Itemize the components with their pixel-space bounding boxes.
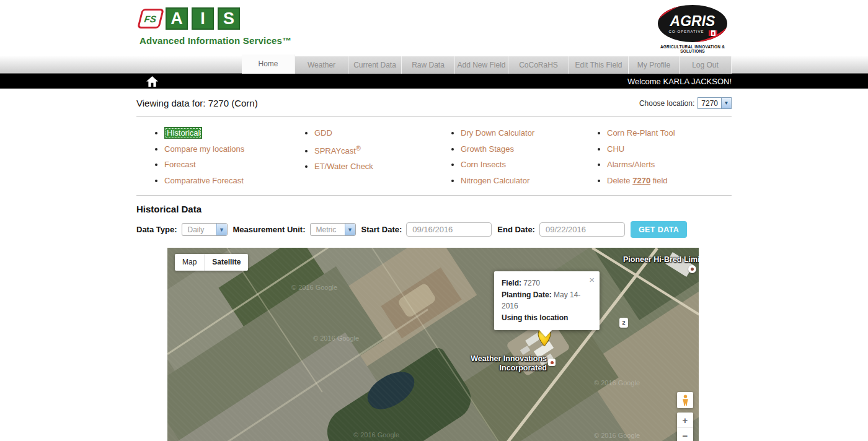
delete-suffix: field (650, 176, 667, 185)
measurement-unit-select[interactable]: Metric ▼ (310, 223, 356, 236)
list-item: Compare my locations (164, 144, 286, 154)
list-item: Nitrogen Calculator (461, 176, 579, 185)
menu-link-forecast[interactable]: Forecast (164, 160, 196, 169)
view-header: Viewing data for: 7270 (Corn) Choose loc… (136, 89, 732, 117)
satellite-view-button[interactable]: Satellite (204, 254, 248, 271)
station-map-label: Weather Innovations Incorporated (464, 354, 547, 373)
info-field-line: Field: 7270 (502, 277, 592, 289)
station-label-line1: Weather Innovations (464, 354, 547, 364)
poi-icon[interactable] (548, 359, 556, 366)
menu-link-spraycast[interactable]: SPRAYcast® (314, 146, 361, 155)
info-planting-line: Planting Date: May 14-2016 (502, 289, 592, 312)
menu-link-comparative-forecast[interactable]: Comparative Forecast (164, 176, 244, 185)
ais-letter-s: S (218, 7, 240, 30)
list-item: Corn Re-Plant Tool (607, 128, 728, 138)
menu-link-et-water-check[interactable]: ET/Water Check (314, 162, 373, 171)
chevron-down-icon: ▼ (345, 224, 355, 235)
home-icon[interactable] (146, 76, 158, 87)
list-item: Comparative Forecast (164, 176, 286, 185)
zoom-in-button[interactable]: + (677, 413, 693, 428)
canada-flag-icon (709, 30, 717, 36)
tab-weather[interactable]: Weather (295, 56, 348, 74)
list-item: Dry Down Calculator (461, 128, 579, 138)
list-item: Corn Insects (461, 160, 579, 169)
tab-edit-this-field[interactable]: Edit This Field (569, 56, 629, 74)
list-item: ET/Water Check (314, 162, 433, 171)
choose-location-label: Choose location: (639, 99, 694, 108)
list-item: Alarms/Alerts (607, 160, 728, 169)
pegman-control[interactable] (677, 392, 693, 408)
info-window: Field: 7270 Planting Date: May 14-2016 U… (494, 271, 600, 330)
map-texture (167, 248, 699, 441)
planting-date-label: Planting Date: (502, 290, 552, 299)
menu-link-dry-down-calculator[interactable]: Dry Down Calculator (461, 128, 534, 138)
tab-my-profile[interactable]: My Profile (629, 56, 680, 74)
page-title: Viewing data for: 7270 (Corn) (136, 98, 258, 108)
tab-cocorahs[interactable]: CoCoRaHS (508, 56, 569, 74)
pegman-icon (681, 395, 689, 406)
zoom-control: + − (677, 413, 693, 441)
data-type-select[interactable]: Daily ▼ (182, 223, 228, 236)
menu-link-gdd[interactable]: GDD (314, 128, 332, 138)
google-watermark: © 2016 Google (291, 284, 337, 291)
menu-link-historical[interactable]: Historical (164, 127, 202, 139)
delete-field-number: 7270 (632, 176, 650, 185)
zoom-out-button[interactable]: − (677, 428, 693, 441)
list-item: GDD (314, 128, 433, 138)
google-watermark: © 2016 Google (594, 432, 640, 439)
close-icon[interactable]: × (589, 275, 595, 284)
list-item: Growth Stages (461, 144, 579, 154)
data-type-label: Data Type: (136, 225, 177, 234)
menu-link-nitrogen-calculator[interactable]: Nitrogen Calculator (461, 176, 529, 185)
menu-link-growth-stages[interactable]: Growth Stages (461, 144, 514, 154)
google-watermark: © 2016 Google (353, 431, 399, 439)
menu-link-chu[interactable]: CHU (607, 144, 624, 154)
tab-current-data[interactable]: Current Data (348, 56, 402, 74)
start-date-input[interactable] (406, 222, 492, 237)
menu-link-delete-field[interactable]: Delete 7270 field (607, 176, 668, 185)
route-shield-icon: 2 (619, 318, 628, 328)
google-watermark: © 2016 Google (594, 379, 640, 386)
tab-bar: Home Weather Current Data Raw Data Add N… (242, 56, 732, 74)
map-type-control: Map Satellite (175, 254, 248, 271)
field-value: 7270 (521, 279, 540, 287)
map-view-button[interactable]: Map (175, 254, 204, 271)
welcome-text: Welcome KARLA JACKSON! (627, 77, 732, 86)
info-window-tail (539, 330, 552, 337)
menu-link-alarms-alerts[interactable]: Alarms/Alerts (607, 160, 655, 169)
section-heading: Historical Data (136, 204, 732, 214)
satellite-map[interactable]: © 2016 Google © 2016 Google © 2016 Googl… (167, 248, 699, 441)
ais-letter-a: A (166, 7, 188, 30)
field-label: Field: (502, 279, 521, 287)
menu-link-corn-insects[interactable]: Corn Insects (461, 160, 506, 169)
station-label-line2: Incorporated (464, 364, 547, 373)
welcome-bar: Welcome KARLA JACKSON! (0, 74, 868, 89)
menu-link-corn-replant-tool[interactable]: Corn Re-Plant Tool (607, 128, 675, 138)
google-watermark: © 2016 Google (313, 334, 359, 342)
fs-shield-text: FS (144, 14, 157, 24)
navbar: Home Weather Current Data Raw Data Add N… (0, 56, 868, 74)
list-item: Forecast (164, 160, 286, 169)
agris-logo: AGRIS CO-OPERATIVE AGRICULTURAL INNOVATI… (656, 5, 729, 53)
list-item: Delete 7270 field (607, 176, 728, 185)
tab-raw-data[interactable]: Raw Data (402, 56, 455, 74)
ais-tagline: Advanced Information Services™ (140, 35, 291, 46)
tab-add-new-field[interactable]: Add New Field (455, 56, 508, 74)
tab-home[interactable]: Home (242, 55, 295, 74)
page: FS A I S Advanced Information Services™ … (0, 0, 868, 441)
list-item: Historical (164, 128, 286, 138)
agris-name: AGRIS (658, 13, 727, 30)
end-date-input[interactable] (539, 222, 625, 237)
tools-menu: Historical Compare my locations Forecast… (136, 117, 732, 196)
end-date-label: End Date: (497, 225, 535, 234)
pioneer-map-label: Pioneer Hi-Bred Limited (623, 255, 699, 264)
spraycast-text: SPRAYcast (314, 146, 356, 155)
ais-logo: FS A I S Advanced Information Services™ (140, 7, 291, 46)
get-data-button[interactable]: GET DATA (631, 221, 687, 238)
poi-icon[interactable] (688, 265, 696, 273)
location-select-value: 7270 (701, 99, 718, 108)
location-select[interactable]: 7270 ▼ (698, 97, 732, 109)
tab-log-out[interactable]: Log Out (680, 56, 732, 74)
menu-link-compare-my-locations[interactable]: Compare my locations (164, 144, 244, 154)
data-type-value: Daily (188, 225, 205, 234)
